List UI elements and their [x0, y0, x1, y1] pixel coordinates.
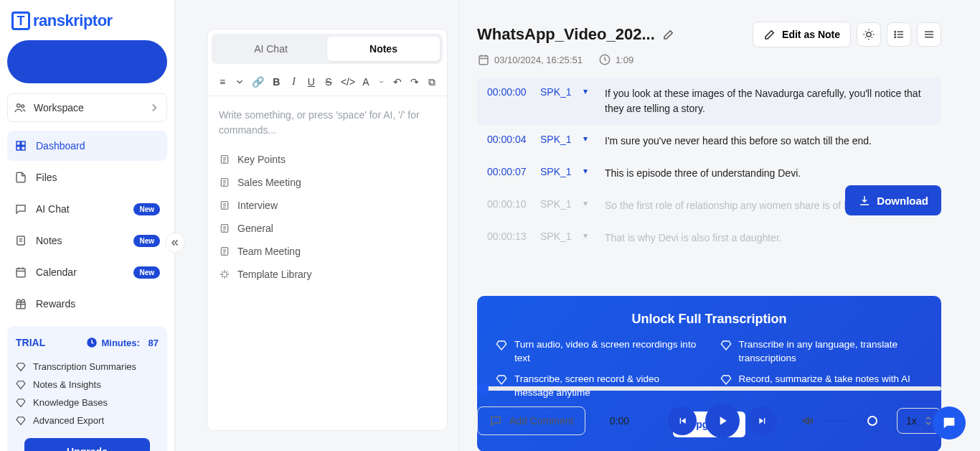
new-badge: New — [133, 235, 160, 247]
chevron-down-icon[interactable]: ▾ — [583, 86, 605, 96]
template-item[interactable]: Team Meeting — [219, 240, 435, 263]
add-comment-button[interactable]: Add Comment — [477, 406, 585, 435]
play-icon — [715, 414, 730, 428]
logo[interactable]: T ranskriptor — [7, 9, 167, 40]
volume-handle[interactable] — [867, 416, 877, 426]
notes-pane: AI Chat Notes ≡ 🔗 B I U S </> A ↶ ↷ ⧉ Wr… — [207, 29, 448, 431]
svg-rect-7 — [17, 269, 25, 277]
next-button[interactable] — [748, 406, 777, 435]
template-item[interactable]: Sales Meeting — [219, 171, 435, 194]
sidebar-item-files[interactable]: Files — [7, 162, 167, 192]
prev-button[interactable] — [668, 406, 697, 435]
svg-rect-19 — [479, 56, 488, 65]
template-item[interactable]: Interview — [219, 194, 435, 217]
logo-text: ranskriptor — [33, 11, 113, 30]
diamond-icon — [16, 416, 26, 426]
trial-minutes: Minutes: 87 — [85, 336, 159, 349]
editor-toolbar: ≡ 🔗 B I U S </> A ↶ ↷ ⧉ — [207, 68, 447, 96]
doc-icon — [219, 177, 230, 188]
chevron-double-left-icon — [170, 238, 180, 248]
chevron-down-icon[interactable]: ▾ — [583, 134, 605, 144]
pencil-icon — [763, 28, 776, 41]
bold-tool[interactable]: B — [271, 76, 281, 88]
sidebar-item-notes[interactable]: NotesNew — [7, 226, 167, 256]
undo-tool[interactable]: ↶ — [392, 76, 402, 88]
template-item[interactable]: Key Points — [219, 148, 435, 171]
skip-prev-icon — [677, 415, 688, 427]
sidebar-upgrade-button[interactable]: Upgrade — [24, 438, 150, 451]
chevron-down-icon[interactable]: ▾ — [583, 231, 605, 241]
transcript-list: 00:00:00SPK_1▾If you look at these image… — [477, 78, 941, 293]
svg-point-0 — [17, 104, 21, 108]
sidebar-item-calendar[interactable]: CalendarNew — [7, 257, 167, 287]
transcript-time[interactable]: 00:00:04 — [487, 134, 540, 145]
copy-tool[interactable]: ⧉ — [427, 76, 437, 88]
download-button[interactable]: Download — [845, 185, 941, 215]
transcript-speaker[interactable]: SPK_1 — [540, 198, 583, 210]
trial-label: TRIAL — [16, 337, 45, 348]
sidebar-item-ai-chat[interactable]: AI ChatNew — [7, 194, 167, 224]
download-icon — [858, 194, 871, 207]
transcript-text: This is episode three of understanding D… — [605, 166, 931, 181]
transcript-speaker[interactable]: SPK_1 — [540, 134, 583, 145]
underline-tool[interactable]: U — [306, 76, 316, 88]
progress-bar[interactable] — [477, 386, 941, 391]
sidebar: T ranskriptor Workspace DashboardFilesAI… — [0, 0, 175, 451]
diamond-icon — [720, 340, 732, 351]
file-meta: 03/10/2024, 16:25:51 1:09 — [477, 53, 941, 66]
help-chat-button[interactable] — [933, 406, 966, 440]
collapse-sidebar-button[interactable] — [165, 233, 185, 253]
transcript-time[interactable]: 00:00:10 — [487, 198, 540, 210]
editor-body[interactable]: Write something, or press 'space' for AI… — [207, 96, 447, 297]
text-color-tool[interactable]: A — [361, 76, 371, 88]
list-view-button[interactable] — [887, 22, 911, 47]
transcript-row[interactable]: 00:00:00SPK_1▾If you look at these image… — [477, 78, 941, 125]
transcript-time[interactable]: 00:00:07 — [487, 166, 540, 177]
transcript-speaker[interactable]: SPK_1 — [540, 86, 583, 98]
nav: DashboardFilesAI ChatNewNotesNewCalendar… — [7, 131, 167, 319]
chevron-down-icon[interactable]: ▾ — [583, 198, 605, 208]
template-item[interactable]: General — [219, 217, 435, 240]
code-tool[interactable]: </> — [341, 76, 354, 88]
chevron-down-icon[interactable]: ▾ — [583, 166, 605, 176]
template-item[interactable]: Template Library — [219, 263, 435, 286]
workspace-selector[interactable]: Workspace — [7, 93, 167, 122]
tab-notes[interactable]: Notes — [327, 37, 440, 61]
transcript-speaker[interactable]: SPK_1 — [540, 231, 583, 242]
transcript-row[interactable]: 00:00:04SPK_1▾I'm sure you've never hear… — [477, 125, 941, 157]
play-button[interactable] — [705, 404, 740, 438]
svg-rect-2 — [17, 141, 20, 145]
sidebar-item-dashboard[interactable]: Dashboard — [7, 131, 167, 161]
redo-tool[interactable]: ↷ — [410, 76, 420, 88]
sidebar-item-rewards[interactable]: Rewards — [7, 289, 167, 319]
new-badge: New — [133, 203, 160, 215]
progress-handle[interactable] — [477, 383, 489, 394]
tab-ai-chat[interactable]: AI Chat — [215, 37, 327, 61]
sparkle-icon — [219, 269, 230, 280]
volume-icon — [801, 414, 814, 427]
link-tool[interactable]: 🔗 — [252, 76, 264, 88]
theme-button[interactable] — [857, 22, 881, 47]
edit-as-note-button[interactable]: Edit as Note — [753, 22, 851, 47]
primary-action-button[interactable] — [7, 40, 167, 83]
more-button[interactable] — [917, 22, 941, 47]
strike-tool[interactable]: S — [324, 76, 334, 88]
transcript-time[interactable]: 00:00:13 — [487, 231, 540, 242]
chevron-down-icon[interactable] — [235, 75, 245, 88]
chevron-down-icon[interactable] — [378, 75, 385, 88]
audio-player: Add Comment 0:00 1x — [477, 386, 941, 438]
transcript-row[interactable]: 00:00:13SPK_1▾That is why Devi is also f… — [477, 222, 941, 254]
transcript-speaker[interactable]: SPK_1 — [540, 166, 583, 177]
trial-feature: Advanced Export — [16, 412, 159, 429]
volume-control[interactable] — [801, 414, 873, 427]
italic-tool[interactable]: I — [288, 76, 298, 88]
doc-icon — [219, 246, 230, 257]
editor-placeholder: Write something, or press 'space' for AI… — [219, 108, 435, 138]
align-tool[interactable]: ≡ — [217, 76, 227, 88]
file-date: 03/10/2024, 16:25:51 — [494, 55, 583, 65]
transcript-time[interactable]: 00:00:00 — [487, 86, 540, 98]
volume-slider[interactable] — [821, 419, 873, 422]
promo-feature: Transcribe in any language, translate tr… — [720, 338, 923, 366]
diamond-icon — [496, 374, 507, 386]
edit-title-icon[interactable] — [662, 28, 675, 41]
